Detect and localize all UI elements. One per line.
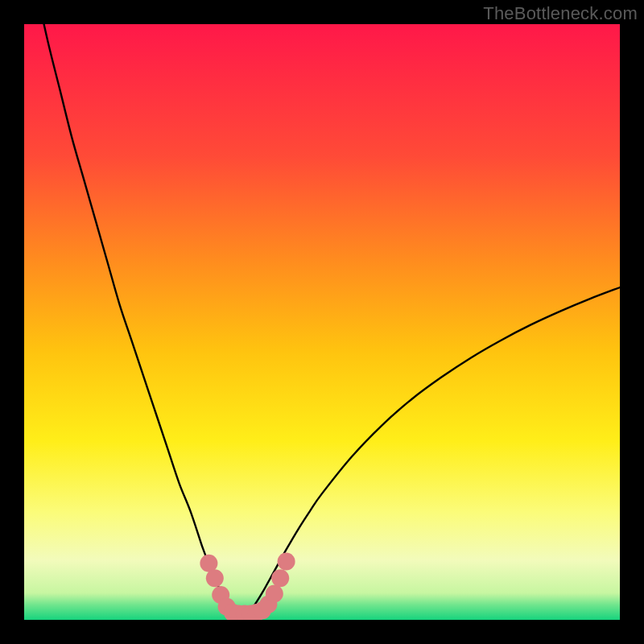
plot-area [24,24,620,620]
bottleneck-curve [24,24,620,614]
chart-frame: TheBottleneck.com [0,0,644,644]
watermark-text: TheBottleneck.com [483,3,638,24]
optimal-marker [271,569,289,587]
optimal-marker [206,569,224,587]
optimal-marker [266,584,283,602]
chart-svg [24,24,620,620]
optimal-marker [278,552,295,570]
